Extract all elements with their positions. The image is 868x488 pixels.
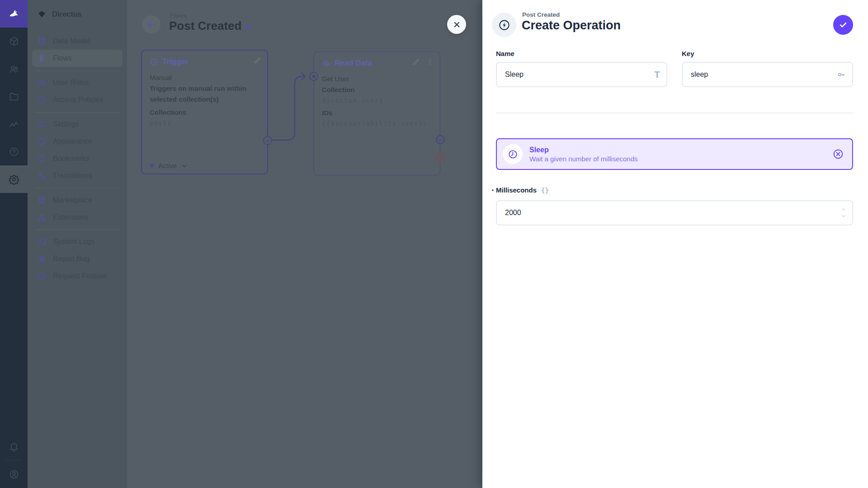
sidebar-item-label: Data Model bbox=[53, 37, 90, 45]
trigger-panel-tools bbox=[253, 56, 261, 65]
database-icon bbox=[37, 37, 47, 46]
translate-icon bbox=[37, 171, 47, 181]
kebab-menu-icon[interactable] bbox=[426, 58, 434, 66]
sidebar-item-label: Marketplace bbox=[53, 196, 92, 204]
project-header[interactable]: Directus bbox=[28, 0, 127, 28]
breadcrumb[interactable]: Flows bbox=[170, 12, 187, 19]
key-icon bbox=[837, 70, 846, 79]
sidebar-item-data-model[interactable]: Data Model bbox=[32, 33, 123, 50]
bolt-circle-icon bbox=[498, 19, 510, 31]
nav-divider bbox=[35, 70, 120, 71]
chevron-down-icon bbox=[181, 162, 188, 169]
account-button[interactable] bbox=[0, 460, 28, 488]
back-button[interactable] bbox=[142, 15, 160, 33]
stepper-down-icon[interactable] bbox=[840, 213, 847, 220]
module-settings[interactable] bbox=[0, 165, 28, 193]
chart-icon bbox=[9, 119, 19, 130]
trigger-panel[interactable]: Trigger Manual Triggers on manual run wi… bbox=[141, 50, 268, 174]
sidebar-item-extensions[interactable]: Extensions bbox=[32, 209, 123, 226]
name-input[interactable] bbox=[496, 62, 667, 87]
close-icon bbox=[453, 20, 461, 29]
read-data-input-handle[interactable] bbox=[309, 72, 318, 81]
milliseconds-input[interactable] bbox=[496, 200, 853, 225]
nav-sidebar: Directus Data Model Flows User Roles Acc… bbox=[28, 0, 127, 488]
clock-icon bbox=[508, 149, 518, 160]
key-field-group: Key bbox=[682, 50, 853, 87]
operation-description: Wait a given number of milliseconds bbox=[529, 155, 638, 164]
module-bar bbox=[0, 0, 28, 488]
nav-divider bbox=[35, 112, 120, 113]
sidebar-item-request-feature[interactable]: Request Feature bbox=[32, 267, 123, 285]
terminal-icon bbox=[37, 237, 47, 247]
sidebar-item-report-bug[interactable]: Report Bug bbox=[32, 250, 123, 267]
directus-logo[interactable] bbox=[0, 0, 28, 28]
sidebar-item-appearance[interactable]: Appearance bbox=[32, 133, 123, 150]
storefront-icon bbox=[37, 196, 47, 205]
rabbit-logo-icon bbox=[7, 7, 21, 21]
check-icon bbox=[265, 138, 270, 143]
sidebar-item-label: Appearance bbox=[53, 137, 92, 145]
collection-label: Collection bbox=[322, 84, 432, 95]
module-insights[interactable] bbox=[0, 110, 28, 138]
ids-value: {{$accountability.user}} bbox=[322, 118, 432, 128]
edit-pencil-icon[interactable] bbox=[253, 56, 261, 65]
milliseconds-label: Milliseconds bbox=[496, 186, 537, 194]
stepper-up-icon[interactable] bbox=[840, 206, 847, 213]
module-user-directory[interactable] bbox=[0, 55, 28, 83]
sidebar-item-translations[interactable]: Translations bbox=[32, 167, 123, 184]
sidebar-item-label: System Logs bbox=[53, 238, 94, 246]
operation-name: Get User bbox=[322, 74, 432, 84]
raw-value-toggle-icon[interactable]: {} bbox=[541, 187, 549, 194]
drawer-close-button[interactable] bbox=[447, 15, 466, 34]
title-format-icon[interactable]: T bbox=[654, 69, 660, 80]
sidebar-item-flows[interactable]: Flows bbox=[32, 50, 123, 67]
project-diamond-icon bbox=[38, 10, 46, 19]
sidebar-item-settings[interactable]: Settings bbox=[32, 116, 123, 133]
save-button[interactable] bbox=[833, 15, 853, 35]
sidebar-item-label: Settings bbox=[53, 120, 79, 128]
sidebar-item-bookmarks[interactable]: Bookmarks bbox=[32, 150, 123, 167]
folder-icon bbox=[9, 91, 19, 102]
sidebar-item-label: Extensions bbox=[53, 213, 88, 221]
read-data-panel-body: Get User Collection directus_users IDs {… bbox=[314, 68, 440, 128]
bookmark-icon bbox=[37, 154, 47, 164]
account-circle-icon bbox=[9, 469, 19, 480]
notifications-button[interactable] bbox=[0, 432, 28, 460]
nav-divider bbox=[35, 188, 120, 188]
trigger-panel-header: Trigger bbox=[142, 51, 267, 66]
bug-icon bbox=[37, 254, 47, 264]
sidebar-item-label: Report Bug bbox=[53, 255, 90, 263]
bell-icon bbox=[9, 441, 19, 452]
module-docs[interactable] bbox=[0, 138, 28, 165]
sidebar-item-label: Access Policies bbox=[53, 96, 103, 104]
sidebar-item-access-policies[interactable]: Access Policies bbox=[32, 91, 123, 108]
sidebar-item-marketplace[interactable]: Marketplace bbox=[32, 192, 123, 209]
read-data-reject-handle[interactable] bbox=[436, 153, 445, 162]
drawer-breadcrumb[interactable]: Post Created bbox=[522, 11, 560, 18]
trigger-description: Triggers on manual run within selected c… bbox=[150, 83, 259, 105]
verified-icon bbox=[37, 272, 47, 281]
category-icon bbox=[37, 213, 47, 222]
trigger-resolve-handle[interactable] bbox=[263, 136, 272, 145]
sidebar-item-user-roles[interactable]: User Roles bbox=[32, 74, 123, 91]
eye-icon bbox=[322, 59, 330, 68]
status-dot bbox=[150, 164, 154, 168]
flow-status-toggle[interactable]: Active bbox=[150, 162, 188, 169]
key-input[interactable] bbox=[682, 62, 853, 87]
read-data-resolve-handle[interactable] bbox=[436, 135, 445, 144]
edit-pencil-icon[interactable] bbox=[412, 58, 420, 66]
sidebar-item-system-logs[interactable]: System Logs bbox=[32, 233, 123, 250]
cube-icon bbox=[9, 36, 19, 47]
drawer-title: Create Operation bbox=[522, 19, 621, 33]
project-name: Directus bbox=[52, 10, 82, 19]
sidebar-item-label: Bookmarks bbox=[53, 155, 89, 163]
sleep-clock-badge bbox=[503, 144, 523, 164]
section-divider bbox=[496, 113, 853, 113]
module-file-library[interactable] bbox=[0, 83, 28, 110]
required-dot bbox=[492, 189, 494, 191]
read-data-panel[interactable]: Read Data Get User Collection directus_u… bbox=[314, 52, 440, 175]
selected-operation-card[interactable]: Sleep Wait a given number of millisecond… bbox=[496, 138, 853, 170]
deselect-operation-button[interactable] bbox=[832, 148, 844, 160]
collections-label: Collections bbox=[150, 107, 259, 118]
module-data-model[interactable] bbox=[0, 28, 28, 55]
